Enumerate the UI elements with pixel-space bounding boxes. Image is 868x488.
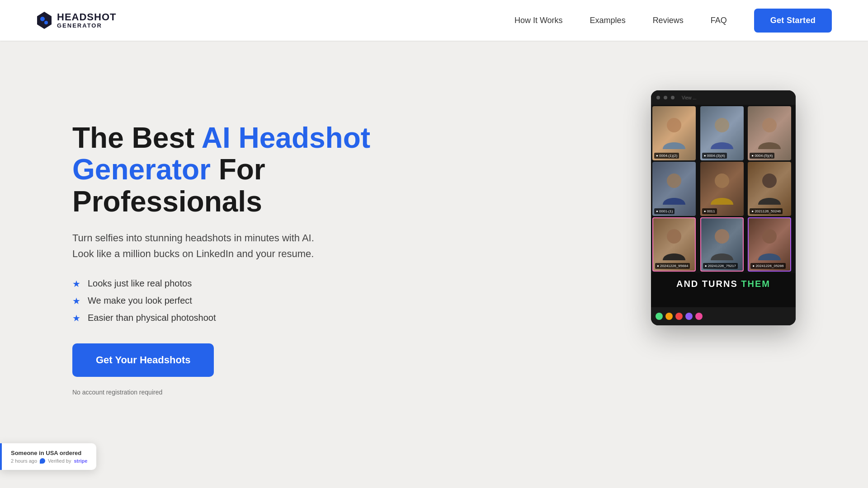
svg-point-3 <box>715 118 729 132</box>
photo-label-8: ● 20241226_75217 <box>703 263 738 269</box>
browser-dot-1 <box>656 96 660 99</box>
feature-item-2: ★ We make you look perfect <box>72 296 389 306</box>
browser-dot-2 <box>664 96 667 99</box>
hero-title-prefix: The Best <box>72 122 202 154</box>
overlay-text-part2: THEM <box>741 279 770 289</box>
shield-icon <box>40 458 45 464</box>
photo-label-5: ● 0011 <box>702 208 717 214</box>
svg-point-5 <box>667 174 681 188</box>
person-4 <box>652 162 696 216</box>
toast-time: 2 hours ago <box>11 458 37 464</box>
features-list: ★ Looks just like real photos ★ We make … <box>72 278 389 324</box>
photo-cell-3: ● 0004-(5)(4) <box>748 106 791 160</box>
bottom-dot-amber <box>665 313 673 320</box>
feature-item-3: ★ Easier than physical photoshoot <box>72 313 389 324</box>
photo-cell-4: ● 0001-(1) <box>652 162 696 216</box>
feature-text-3: Easier than physical photoshoot <box>88 313 216 323</box>
bottom-dot-pink <box>695 313 703 320</box>
no-account-text: No account registration required <box>72 389 389 396</box>
overlay-text: AND TURNS THEM <box>651 279 796 289</box>
photo-label-3: ● 0004-(5)(4) <box>750 153 774 159</box>
person-6 <box>748 162 791 216</box>
toast-verified: Verified by <box>48 458 71 464</box>
svg-point-2 <box>667 118 681 132</box>
hero-title: The Best AI Headshot Generator For Profe… <box>72 122 389 217</box>
hero-subtitle-line2: Look like a million bucks on LinkedIn an… <box>72 248 314 259</box>
navbar: HEADSHOT GENERATOR How It Works Examples… <box>0 0 868 41</box>
photo-cell-2: ● 0004-(3)(4) <box>700 106 744 160</box>
hero-subtitle: Turn selfies into stunning headshots in … <box>72 230 389 262</box>
person-1 <box>652 106 696 160</box>
photo-grid: ● 0004-(1)(2) ● 0004-(3)(4) <box>651 105 796 273</box>
svg-point-8 <box>667 229 681 244</box>
logo-icon <box>36 11 52 30</box>
photo-label-2: ● 0004-(3)(4) <box>702 153 727 159</box>
hero-demo-image: View ... ● 0004-(1)(2) <box>651 90 796 325</box>
nav-links: How It Works Examples Reviews FAQ Get St… <box>514 9 832 33</box>
logo[interactable]: HEADSHOT GENERATOR <box>36 11 116 30</box>
nav-faq[interactable]: FAQ <box>711 16 727 25</box>
photo-label-9: ● 20241226_05286 <box>750 263 785 269</box>
bottom-dot-green <box>656 313 663 320</box>
nav-get-started-button[interactable]: Get Started <box>754 9 832 33</box>
person-3 <box>748 106 791 160</box>
toast-main-text: Someone in USA ordered <box>11 450 87 456</box>
toast-notification: Someone in USA ordered 2 hours ago Verif… <box>0 443 96 470</box>
star-icon-2: ★ <box>72 296 80 306</box>
photo-label-1: ● 0004-(1)(2) <box>654 153 679 159</box>
browser-view-label: View ... <box>682 95 697 100</box>
hero-subtitle-line1: Turn selfies into stunning headshots in … <box>72 232 314 244</box>
logo-text: HEADSHOT GENERATOR <box>57 12 116 29</box>
star-icon-1: ★ <box>72 278 80 289</box>
photo-cell-7: ● 20241226_95684 <box>652 217 696 272</box>
hero-section: The Best AI Headshot Generator For Profe… <box>0 41 868 438</box>
overlay-text-part1: AND TURNS <box>676 279 741 289</box>
star-icon-3: ★ <box>72 313 80 324</box>
photo-cell-1: ● 0004-(1)(2) <box>652 106 696 160</box>
photo-cell-9: ● 20241226_05286 <box>748 217 791 272</box>
svg-point-0 <box>40 17 45 21</box>
svg-point-6 <box>715 174 729 188</box>
toast-stripe: stripe <box>74 458 87 464</box>
logo-generator: GENERATOR <box>57 23 116 29</box>
photo-cell-6: ● 2021126_50246 <box>748 162 791 216</box>
svg-point-4 <box>762 118 777 132</box>
svg-point-1 <box>44 21 48 24</box>
browser-bar: View ... <box>651 90 796 105</box>
svg-point-10 <box>762 229 777 244</box>
photo-label-6: ● 2021126_50246 <box>750 208 783 214</box>
cta-button[interactable]: Get Your Headshots <box>72 343 214 377</box>
logo-headshot: HEADSHOT <box>57 12 116 23</box>
feature-text-2: We make you look perfect <box>88 296 192 306</box>
photo-label-4: ● 0001-(1) <box>654 208 675 214</box>
hero-content: The Best AI Headshot Generator For Profe… <box>72 77 389 396</box>
hero-image-area: View ... ● 0004-(1)(2) <box>651 90 796 325</box>
bottom-dot-red <box>675 313 683 320</box>
person-2 <box>700 106 744 160</box>
svg-point-7 <box>762 174 777 188</box>
person-5 <box>700 162 744 216</box>
svg-point-9 <box>715 229 729 244</box>
photo-cell-8: ● 20241226_75217 <box>700 217 744 272</box>
nav-reviews[interactable]: Reviews <box>653 16 684 25</box>
feature-item-1: ★ Looks just like real photos <box>72 278 389 289</box>
photo-cell-5: ● 0011 <box>700 162 744 216</box>
nav-how-it-works[interactable]: How It Works <box>514 16 563 25</box>
toast-sub-text: 2 hours ago Verified by stripe <box>11 458 87 464</box>
browser-dot-3 <box>671 96 675 99</box>
bottom-dot-purple <box>685 313 693 320</box>
bottom-bar <box>651 307 796 325</box>
nav-examples[interactable]: Examples <box>590 16 626 25</box>
photo-label-7: ● 20241226_95684 <box>655 263 690 269</box>
feature-text-1: Looks just like real photos <box>88 278 192 289</box>
